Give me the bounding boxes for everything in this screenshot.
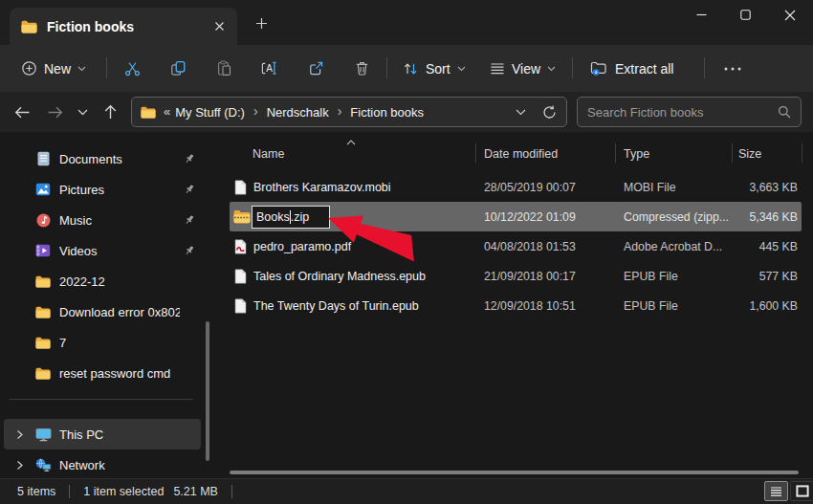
address-bar[interactable]: « My Stuff (D:) › Nerdschalk › Fiction b… xyxy=(131,97,567,127)
search-icon[interactable] xyxy=(778,105,791,119)
file-row-tales-of-ordinary-madness[interactable]: Tales of Ordinary Madness.epub 21/09/201… xyxy=(230,261,802,291)
folder-icon xyxy=(34,306,52,318)
command-bar: New A xyxy=(0,45,813,92)
breadcrumb-separator[interactable]: › xyxy=(248,103,264,121)
large-icons-view-button[interactable] xyxy=(790,481,813,501)
file-row-brothers-karamazov[interactable]: Brothers Karamazov.mobi 28/05/2019 00:07… xyxy=(230,172,802,202)
rename-textbox[interactable]: Books .zip xyxy=(252,206,330,229)
sort-button[interactable]: Sort xyxy=(394,54,474,83)
refresh-button[interactable] xyxy=(542,105,557,120)
file-date: 12/09/2018 10:51 xyxy=(475,299,615,313)
clipboard-icon xyxy=(216,60,232,77)
navigation-pane: Documents Pictures M xyxy=(0,132,222,478)
sidebar-item-download-error[interactable]: Download error 0x80248007 xyxy=(4,296,201,327)
sidebar-item-reset-password-cmd[interactable]: reset password cmd xyxy=(4,358,201,388)
new-tab-button[interactable] xyxy=(251,12,272,33)
rename-button[interactable]: A xyxy=(254,54,285,83)
share-button[interactable] xyxy=(300,54,331,83)
breadcrumb-overflow[interactable]: « xyxy=(164,104,170,119)
breadcrumb-item-nerdschalk[interactable]: Nerdschalk xyxy=(264,103,332,121)
column-divider[interactable] xyxy=(615,143,616,163)
column-divider[interactable] xyxy=(732,143,733,163)
videos-icon xyxy=(34,244,52,257)
cut-button[interactable] xyxy=(117,54,147,83)
forward-button[interactable] xyxy=(41,99,68,125)
file-size: 577 KB xyxy=(732,270,802,283)
file-size: 5,346 KB xyxy=(732,210,802,224)
folder-icon xyxy=(21,20,37,33)
file-row-books-zip-selected[interactable]: Books .zip 10/12/2022 01:09 Compressed (… xyxy=(230,202,802,231)
file-size: 1,600 KB xyxy=(732,299,802,313)
folder-icon xyxy=(141,106,156,119)
file-date: 10/12/2022 01:09 xyxy=(475,210,615,224)
item-count: 5 items xyxy=(17,485,55,498)
expand-chevron-icon[interactable] xyxy=(4,429,34,440)
breadcrumb-separator[interactable]: › xyxy=(332,103,348,121)
column-divider[interactable] xyxy=(475,143,476,163)
file-size: 445 KB xyxy=(732,240,802,253)
sidebar-item-music[interactable]: Music xyxy=(4,205,201,235)
sidebar-item-pictures[interactable]: Pictures xyxy=(4,174,201,205)
chevron-down-icon xyxy=(547,66,556,72)
title-bar: Fiction books xyxy=(0,0,813,45)
sort-ascending-icon xyxy=(346,140,356,145)
file-row-twenty-days-of-turin[interactable]: The Twenty Days of Turin.epub 12/09/2018… xyxy=(230,291,802,320)
sidebar-scrollbar[interactable] xyxy=(206,321,209,461)
pin-icon xyxy=(180,184,199,195)
sidebar-item-network[interactable]: Network xyxy=(4,449,201,480)
paste-button[interactable] xyxy=(209,54,239,83)
breadcrumb-item-fiction-books[interactable]: Fiction books xyxy=(347,103,427,121)
close-window-button[interactable] xyxy=(768,0,811,30)
recent-locations-button[interactable] xyxy=(71,99,94,125)
address-dropdown-button[interactable] xyxy=(516,109,526,116)
search-box[interactable] xyxy=(577,97,802,127)
sidebar-item-videos[interactable]: Videos xyxy=(4,235,201,266)
sidebar-item-2022-12[interactable]: 2022-12 xyxy=(4,266,201,296)
sidebar-item-7[interactable]: 7 xyxy=(4,327,201,358)
view-button-label: View xyxy=(512,61,540,77)
new-button[interactable]: New xyxy=(12,54,95,83)
file-size: 3,663 KB xyxy=(732,181,802,194)
expand-chevron-icon[interactable] xyxy=(4,460,34,471)
up-button[interactable] xyxy=(97,99,123,125)
folder-icon xyxy=(34,275,52,288)
forward-arrow-icon xyxy=(47,105,63,120)
tab-close-icon[interactable] xyxy=(209,16,230,37)
file-row-pedro-paramo[interactable]: pedro_paramo.pdf 04/08/2018 01:53 Adobe … xyxy=(230,231,802,261)
file-name: Brothers Karamazov.mobi xyxy=(253,181,391,194)
copy-icon xyxy=(170,60,187,77)
details-view-button[interactable] xyxy=(764,481,788,501)
sort-arrows-icon xyxy=(403,61,419,77)
network-icon xyxy=(34,458,52,472)
sidebar-item-this-pc[interactable]: This PC xyxy=(4,419,201,449)
file-date: 21/09/2018 00:17 xyxy=(475,270,615,283)
view-button[interactable]: View xyxy=(481,54,564,83)
maximize-button[interactable] xyxy=(724,0,767,30)
column-header-size[interactable]: Size xyxy=(732,147,802,161)
column-header-name[interactable]: Name xyxy=(230,147,475,161)
column-header-date-modified[interactable]: Date modified xyxy=(475,147,615,161)
refresh-icon xyxy=(542,105,557,120)
sidebar-item-documents[interactable]: Documents xyxy=(4,143,201,174)
column-divider[interactable] xyxy=(802,143,802,163)
search-input[interactable] xyxy=(587,105,778,120)
column-header-type[interactable]: Type xyxy=(615,147,732,161)
tab-fiction-books[interactable]: Fiction books xyxy=(10,8,237,45)
breadcrumb-item-drive[interactable]: My Stuff (D:) xyxy=(172,103,248,121)
minimize-button[interactable] xyxy=(680,0,723,30)
file-icon xyxy=(234,269,247,284)
copy-button[interactable] xyxy=(163,54,193,83)
status-divider xyxy=(69,485,70,498)
chevron-down-icon xyxy=(77,109,88,116)
scissors-icon xyxy=(124,60,141,77)
horizontal-scrollbar[interactable] xyxy=(230,471,799,474)
see-more-button[interactable] xyxy=(715,54,750,83)
file-date: 04/08/2018 01:53 xyxy=(475,240,615,253)
pdf-file-icon xyxy=(234,239,247,254)
extract-all-button[interactable]: Extract all xyxy=(582,54,682,83)
extract-all-label: Extract all xyxy=(615,61,673,77)
toolbar-divider xyxy=(386,57,387,78)
delete-button[interactable] xyxy=(346,54,377,83)
file-list: Name Date modified Type Size Brothers Ka… xyxy=(222,132,813,478)
back-button[interactable] xyxy=(9,99,35,125)
